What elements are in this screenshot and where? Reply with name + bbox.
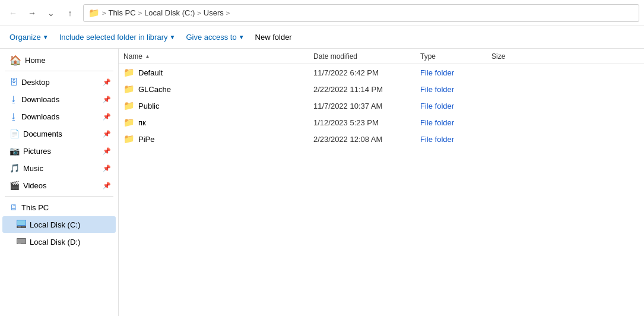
give-access-label: Give access to bbox=[186, 33, 236, 42]
file-name-pipe: 📁 PiPe bbox=[123, 134, 313, 144]
pictures-icon: 📷 bbox=[9, 146, 20, 156]
file-date-pk: 1/12/2023 5:23 PM bbox=[313, 118, 420, 127]
svg-rect-7 bbox=[18, 244, 21, 244]
file-type-pk: File folder bbox=[420, 118, 491, 127]
sidebar-item-home[interactable]: 🏠 Home bbox=[2, 52, 116, 68]
folder-icon: 📁 bbox=[123, 117, 135, 128]
recent-locations-button[interactable]: ⌄ bbox=[43, 5, 59, 21]
folder-icon: 📁 bbox=[123, 67, 135, 78]
file-label: GLCache bbox=[138, 85, 171, 94]
downloads2-pin-icon: 📌 bbox=[103, 113, 111, 121]
address-bar: ← → ⌄ ↑ 📁 > This PC > Local Disk (C:) > … bbox=[0, 0, 644, 26]
documents-icon: 📄 bbox=[9, 129, 20, 138]
path-folder-icon: 📁 bbox=[88, 8, 100, 18]
table-row[interactable]: 📁 PiPe 2/23/2022 12:08 AM File folder bbox=[119, 131, 644, 147]
pictures-pin-icon: 📌 bbox=[103, 147, 111, 155]
sidebar-pictures-label: Pictures bbox=[23, 147, 99, 156]
sort-up-icon: ▲ bbox=[145, 53, 150, 59]
col-name-label: Name bbox=[123, 52, 142, 61]
sidebar-item-documents[interactable]: 📄 Documents 📌 bbox=[2, 125, 116, 142]
file-label: Public bbox=[138, 102, 159, 110]
back-button[interactable]: ← bbox=[5, 5, 21, 21]
organize-label: Organize bbox=[9, 33, 41, 42]
organize-button[interactable]: Organize ▼ bbox=[5, 30, 53, 44]
sidebar-item-downloads-1[interactable]: ⭳ Downloads 📌 bbox=[2, 91, 116, 108]
toolbar: Organize ▼ Include selected folder in li… bbox=[0, 26, 644, 49]
sidebar-item-videos[interactable]: 🎬 Videos 📌 bbox=[2, 177, 116, 194]
new-folder-button[interactable]: New folder bbox=[250, 30, 297, 44]
path-thispc[interactable]: This PC bbox=[108, 8, 135, 17]
path-localdisk[interactable]: Local Disk (C:) bbox=[144, 8, 195, 17]
file-type-pipe: File folder bbox=[420, 135, 491, 144]
svg-rect-3 bbox=[18, 226, 21, 227]
file-label: Default bbox=[138, 68, 163, 77]
sidebar-downloads1-label: Downloads bbox=[21, 95, 99, 104]
table-row[interactable]: 📁 пк 1/12/2023 5:23 PM File folder bbox=[119, 114, 644, 131]
videos-icon: 🎬 bbox=[9, 181, 20, 190]
folder-icon: 📁 bbox=[123, 134, 135, 144]
sidebar-item-thispc[interactable]: 🖥 This PC bbox=[2, 199, 116, 216]
file-type-glcache: File folder bbox=[420, 85, 491, 94]
column-headers: Name ▲ Date modified Type Size bbox=[119, 49, 644, 64]
table-row[interactable]: 📁 Default 11/7/2022 6:42 PM File folder bbox=[119, 64, 644, 81]
give-access-button[interactable]: Give access to ▼ bbox=[181, 30, 249, 44]
forward-button[interactable]: → bbox=[24, 5, 40, 21]
file-name-pk: 📁 пк bbox=[123, 117, 313, 128]
sidebar-item-localdisk-c[interactable]: Local Disk (C:) bbox=[2, 216, 116, 233]
content-area: Name ▲ Date modified Type Size 📁 Default… bbox=[119, 49, 644, 316]
file-label: пк bbox=[138, 118, 146, 127]
desktop-icon: 🗄 bbox=[9, 77, 18, 87]
sidebar-item-localdisk-d[interactable]: Local Disk (D:) bbox=[2, 233, 116, 250]
col-header-type[interactable]: Type bbox=[420, 52, 491, 61]
sidebar-localdisk-d-label: Local Disk (D:) bbox=[30, 238, 111, 247]
sidebar-music-label: Music bbox=[23, 164, 99, 173]
sidebar-documents-label: Documents bbox=[23, 129, 99, 138]
sidebar-item-pictures[interactable]: 📷 Pictures 📌 bbox=[2, 143, 116, 159]
sidebar-item-downloads-2[interactable]: ⭳ Downloads 📌 bbox=[2, 108, 116, 125]
svg-rect-6 bbox=[17, 239, 26, 244]
sidebar-item-desktop[interactable]: 🗄 Desktop 📌 bbox=[2, 74, 116, 90]
sidebar-item-music[interactable]: 🎵 Music 📌 bbox=[2, 160, 116, 176]
include-label: Include selected folder in library bbox=[59, 33, 168, 42]
file-date-glcache: 2/22/2022 11:14 PM bbox=[313, 85, 420, 94]
music-icon: 🎵 bbox=[9, 163, 20, 173]
col-header-date[interactable]: Date modified bbox=[313, 52, 420, 61]
svg-rect-1 bbox=[17, 220, 26, 225]
file-name-default: 📁 Default bbox=[123, 67, 313, 78]
main-layout: 🏠 Home 🗄 Desktop 📌 ⭳ Downloads 📌 ⭳ Downl… bbox=[0, 49, 644, 316]
videos-pin-icon: 📌 bbox=[103, 182, 111, 189]
file-date-pipe: 2/23/2022 12:08 AM bbox=[313, 135, 420, 144]
col-header-name[interactable]: Name ▲ bbox=[123, 52, 313, 61]
path-users[interactable]: Users bbox=[204, 8, 224, 17]
downloads1-icon: ⭳ bbox=[9, 94, 18, 104]
thispc-icon: 🖥 bbox=[9, 203, 18, 212]
include-library-button[interactable]: Include selected folder in library ▼ bbox=[55, 30, 180, 44]
table-row[interactable]: 📁 Public 11/7/2022 10:37 AM File folder bbox=[119, 97, 644, 114]
sidebar-thispc-label: This PC bbox=[21, 203, 111, 212]
up-button[interactable]: ↑ bbox=[62, 5, 78, 21]
downloads1-pin-icon: 📌 bbox=[103, 96, 111, 103]
col-header-size[interactable]: Size bbox=[491, 52, 551, 61]
address-path[interactable]: 📁 > This PC > Local Disk (C:) > Users > bbox=[83, 4, 639, 22]
desktop-pin-icon: 📌 bbox=[103, 78, 111, 86]
localdisk-c-icon bbox=[17, 220, 26, 230]
downloads2-icon: ⭳ bbox=[9, 112, 18, 121]
file-type-default: File folder bbox=[420, 68, 491, 77]
music-pin-icon: 📌 bbox=[103, 165, 111, 172]
sidebar-home-label: Home bbox=[25, 56, 111, 65]
file-name-glcache: 📁 GLCache bbox=[123, 84, 313, 94]
path-sep-3: > bbox=[197, 10, 201, 17]
file-label: PiPe bbox=[138, 135, 154, 144]
col-size-label: Size bbox=[491, 52, 505, 61]
sidebar: 🏠 Home 🗄 Desktop 📌 ⭳ Downloads 📌 ⭳ Downl… bbox=[0, 49, 119, 316]
file-type-public: File folder bbox=[420, 102, 491, 110]
folder-icon: 📁 bbox=[123, 84, 135, 94]
folder-icon: 📁 bbox=[123, 100, 135, 111]
path-sep-4: > bbox=[226, 10, 230, 17]
sidebar-downloads2-label: Downloads bbox=[21, 112, 99, 121]
organize-arrow-icon: ▼ bbox=[43, 34, 49, 40]
col-type-label: Type bbox=[420, 52, 436, 61]
new-folder-label: New folder bbox=[255, 33, 292, 42]
svg-rect-4 bbox=[22, 226, 25, 227]
table-row[interactable]: 📁 GLCache 2/22/2022 11:14 PM File folder bbox=[119, 81, 644, 97]
